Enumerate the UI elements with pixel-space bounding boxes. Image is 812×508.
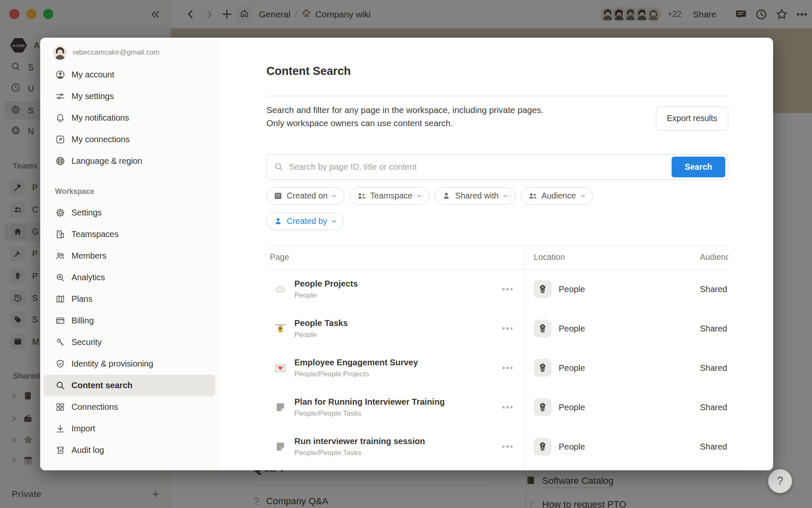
magnifier-plus-icon xyxy=(55,272,66,283)
audience-value: Shared xyxy=(700,403,728,412)
page-title[interactable]: Employee Engagement Survey xyxy=(294,357,418,368)
gear-icon xyxy=(55,207,66,218)
grid-icon xyxy=(55,402,66,412)
chevron-down-icon xyxy=(580,193,586,199)
settings-nav-members[interactable]: Members xyxy=(44,245,215,267)
settings-nav-security[interactable]: Security xyxy=(44,331,215,353)
person-icon xyxy=(442,191,451,201)
search-icon xyxy=(274,162,284,172)
page-icon xyxy=(274,440,287,453)
people-icon xyxy=(528,191,538,201)
teamspace-flower-icon xyxy=(534,280,551,298)
shield-check-icon xyxy=(55,359,66,369)
search-button[interactable]: Search xyxy=(672,157,725,177)
table-row[interactable]: People Tasks People People xyxy=(266,309,728,348)
filter-audience[interactable]: Audience xyxy=(521,187,593,205)
account-settings-list: My account My settings My notifications … xyxy=(44,64,215,172)
settings-main: Content Search Search and filter for any… xyxy=(219,38,773,470)
export-results-button[interactable]: Export results xyxy=(656,106,728,131)
bell-icon xyxy=(55,113,66,123)
settings-nav-teamspaces[interactable]: Teamspaces xyxy=(44,224,215,245)
location-name[interactable]: People xyxy=(559,363,585,373)
location-name[interactable]: People xyxy=(559,403,585,412)
page-title: Content Search xyxy=(266,64,728,78)
settings-nav-plans[interactable]: Plans xyxy=(44,288,215,310)
row-menu-button[interactable] xyxy=(500,403,516,411)
table-row[interactable]: Plan for Running Interviewer Training Pe… xyxy=(266,388,728,427)
page-path: People/People Projects xyxy=(294,370,418,378)
table-row[interactable]: Run interviewer training session People/… xyxy=(266,427,728,467)
filter-teamspace[interactable]: Teamspace xyxy=(350,187,429,205)
page-title[interactable]: People Projects xyxy=(294,279,358,289)
page-title[interactable]: Run interviewer training session xyxy=(294,436,425,447)
audience-value: Shared xyxy=(700,324,728,334)
sliders-icon xyxy=(55,91,66,102)
audience-value: Shared xyxy=(700,284,728,294)
account-avatar xyxy=(53,45,67,60)
location-name[interactable]: People xyxy=(559,284,585,294)
page-path: People xyxy=(294,330,348,339)
settings-nav-import[interactable]: Import xyxy=(44,418,215,439)
results-table: Page Location Audience People xyxy=(266,245,728,471)
settings-nav-billing[interactable]: Billing xyxy=(44,310,215,331)
location-name[interactable]: People xyxy=(559,442,585,452)
account-header: rebeccamcakir@gmail.com xyxy=(44,43,215,62)
table-header: Page Location Audience xyxy=(266,245,728,270)
audience-value: Shared xyxy=(700,442,728,452)
chevron-down-icon xyxy=(331,193,337,199)
chevron-down-icon xyxy=(502,193,509,199)
column-header-audience[interactable]: Audience xyxy=(700,252,728,262)
map-icon xyxy=(55,294,66,304)
download-arrow-icon xyxy=(55,423,66,434)
page-description: Search and filter for any page in the wo… xyxy=(266,103,543,130)
scroll-icon xyxy=(55,445,66,456)
filter-chips: Created on Teamspace Shared with xyxy=(266,187,728,205)
credit-card-icon xyxy=(55,315,66,326)
column-header-page[interactable]: Page xyxy=(266,252,524,262)
page-title[interactable]: Plan for Running Interviewer Training xyxy=(294,397,445,407)
settings-nav-my-connections[interactable]: My connections xyxy=(44,129,215,150)
heart-letter-icon xyxy=(274,362,287,374)
building-icon xyxy=(55,229,66,240)
filter-created-by-active[interactable]: Created by xyxy=(266,213,344,230)
key-icon xyxy=(55,337,66,348)
page-title[interactable]: People Tasks xyxy=(294,318,348,329)
filter-created-on[interactable]: Created on xyxy=(266,187,344,205)
chevron-down-icon xyxy=(331,218,337,224)
chevron-down-icon xyxy=(416,193,422,199)
location-name[interactable]: People xyxy=(559,324,585,334)
help-button[interactable]: ? xyxy=(768,469,792,493)
row-menu-button[interactable] xyxy=(500,443,516,450)
row-menu-button[interactable] xyxy=(500,285,516,293)
settings-nav-content-search[interactable]: Content search xyxy=(44,375,215,396)
page-icon xyxy=(274,401,287,414)
table-row[interactable]: Employee Engagement Survey People/People… xyxy=(266,348,728,388)
settings-nav-my-account[interactable]: My account xyxy=(44,64,215,86)
search-input[interactable] xyxy=(289,162,672,172)
settings-nav-audit-log[interactable]: Audit log xyxy=(44,439,215,461)
person-icon xyxy=(273,216,283,226)
title-divider xyxy=(266,96,728,97)
settings-nav-analytics[interactable]: Analytics xyxy=(44,267,215,288)
settings-nav-connections[interactable]: Connections xyxy=(44,396,215,418)
settings-sidebar: rebeccamcakir@gmail.com My account My se… xyxy=(40,38,219,470)
column-header-location[interactable]: Location xyxy=(524,252,700,262)
row-menu-button[interactable] xyxy=(500,325,516,332)
globe-icon xyxy=(55,156,66,166)
page-path: People/People Tasks xyxy=(294,448,425,457)
settings-nav-my-settings[interactable]: My settings xyxy=(44,86,215,107)
settings-nav-identity-provisioning[interactable]: Identity & provisioning xyxy=(44,353,215,375)
table-row[interactable]: People Projects People People xyxy=(266,270,728,309)
members-icon xyxy=(55,251,66,261)
arrow-out-box-icon xyxy=(55,134,66,145)
settings-nav-language-region[interactable]: Language & region xyxy=(44,150,215,172)
user-circle-icon xyxy=(55,69,66,80)
filter-shared-with[interactable]: Shared with xyxy=(435,187,516,205)
settings-nav-settings[interactable]: Settings xyxy=(44,202,215,224)
teamspace-flower-icon xyxy=(534,320,551,337)
search-bar: Search xyxy=(266,154,728,180)
search-icon xyxy=(55,380,66,391)
screen: General / Company wiki +22 Share xyxy=(0,0,812,508)
row-menu-button[interactable] xyxy=(500,364,516,372)
settings-nav-my-notifications[interactable]: My notifications xyxy=(44,107,215,129)
